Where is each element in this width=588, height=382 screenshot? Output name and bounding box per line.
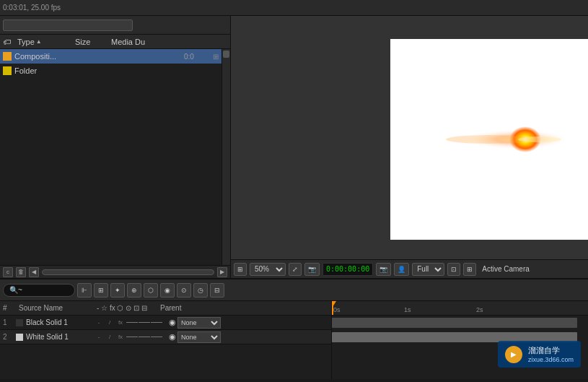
left-panel: 🏷 Type ▲ Size Media Du Compositi... 0:0 … (0, 16, 231, 278)
timeline-btn-6[interactable]: ◉ (160, 283, 175, 298)
timeline-btn-4[interactable]: ⊕ (127, 283, 141, 298)
time-2s: 2s (476, 306, 483, 313)
layer-num-1: 1 (3, 318, 13, 326)
box2-button[interactable]: ⊞ (463, 263, 476, 276)
time-0s: 0s (333, 306, 341, 313)
parent-icon-2: ◉ (169, 332, 176, 342)
parent-select-1[interactable]: None (177, 317, 221, 329)
track-bar-1 (332, 316, 588, 330)
time-ruler: 0s 1s 2s (332, 301, 588, 316)
col-header-parent: Parent (160, 304, 218, 312)
timeline-btn-2[interactable]: ⊞ (94, 283, 108, 298)
tag-icon-col: 🏷 (3, 38, 17, 46)
layer-switches-1: - / fx (94, 318, 166, 328)
add-footage-icon: ⊞ (213, 53, 219, 61)
main-layout: 🏷 Type ▲ Size Media Du Compositi... 0:0 … (0, 16, 588, 278)
media-column-header[interactable]: Media Du (111, 38, 147, 46)
project-items-area: Compositi... 0:0 ⊞ Folder (0, 49, 230, 265)
next-button[interactable]: ▶ (217, 267, 227, 277)
track-bars-container (332, 316, 588, 344)
sw-shy-1[interactable]: - (94, 318, 104, 328)
layer-color-2 (16, 334, 23, 341)
timeline-search-input[interactable] (3, 284, 75, 297)
new-comp-button[interactable]: c (3, 267, 13, 277)
sw-line-1 (126, 322, 138, 323)
timeline-btn-5[interactable]: ⬡ (144, 283, 158, 298)
project-search-area (0, 16, 230, 35)
layer-color-1 (16, 319, 23, 326)
sw-line-2 (126, 337, 138, 337)
prev-button[interactable]: ◀ (29, 267, 39, 277)
sw-line2-2 (139, 337, 150, 337)
col-header-switches: - ☆ fx ⬡ ⊙ ⊡ ⊟ (97, 304, 154, 312)
project-items-list: Compositi... 0:0 ⊞ Folder (0, 49, 221, 265)
project-item-folder[interactable]: Folder (0, 64, 221, 78)
col-header-num: # (3, 304, 13, 312)
expand-button[interactable]: ⊡ (447, 263, 460, 276)
project-scrollbar[interactable] (221, 49, 230, 265)
sw-fx-2[interactable]: fx (115, 332, 126, 342)
scroll-thumb[interactable] (223, 51, 229, 58)
col-header-source: Source Name (19, 304, 91, 312)
time-1s: 1s (404, 306, 411, 313)
project-search-bar[interactable] (3, 19, 133, 31)
tag-icon: 🏷 (3, 38, 11, 46)
sort-arrow-icon: ▲ (36, 38, 42, 45)
layer-num-2: 2 (3, 333, 13, 341)
timeline-btn-8[interactable]: ◷ (193, 283, 208, 298)
delete-button[interactable]: 🗑 (16, 267, 26, 277)
type-column-header[interactable]: Type ▲ (17, 38, 75, 46)
layer-name-1: Black Solid 1 (26, 318, 91, 326)
project-table-header: 🏷 Type ▲ Size Media Du (0, 35, 230, 49)
snapshot-button[interactable]: 📷 (304, 263, 320, 276)
project-bottom-bar: c 🗑 ◀ ▶ (0, 265, 230, 278)
playhead[interactable] (332, 301, 333, 315)
active-camera-label: Active Camera (482, 265, 530, 273)
quality-select[interactable]: Full (412, 263, 444, 276)
parent-select-2[interactable]: None (177, 331, 221, 343)
sw-fx-1[interactable]: fx (115, 318, 126, 328)
fps-text: 0:03:01, 25.00 fps (3, 4, 61, 12)
bottom-scroll-track[interactable] (42, 269, 214, 275)
parent-icon-1: ◉ (169, 318, 176, 327)
timeline-left-panel: # Source Name - ☆ fx ⬡ ⊙ ⊡ ⊟ Parent 1 Bl… (0, 301, 332, 379)
right-panel: ⊞ 50% ⤢ 📷 0:00:00:00 📷 👤 Full ⊡ ⊞ Active… (231, 16, 588, 278)
timeline-btn-3[interactable]: ✦ (110, 283, 125, 298)
person-button[interactable]: 👤 (394, 263, 409, 276)
layer-row-1: 1 Black Solid 1 - / fx ◉ None (0, 316, 331, 330)
timecode-display: 0:00:00:00 (322, 263, 373, 276)
composition-icon (3, 52, 12, 61)
watermark-text: 溜溜自学 zixue.3d66.com (528, 345, 574, 363)
track-fill-1 (332, 318, 577, 328)
project-item-composition[interactable]: Compositi... 0:0 ⊞ (0, 49, 221, 64)
timeline-btn-9[interactable]: ⊟ (210, 283, 224, 298)
layer-parent-2: ◉ None (169, 331, 221, 343)
timeline-toolbar: ⊩ ⊞ ✦ ⊕ ⬡ ◉ ⊙ ◷ ⊟ (0, 279, 588, 301)
layer-row-2: 2 White Solid 1 - / fx ◉ None (0, 330, 331, 344)
viewer-toolbar: ⊞ 50% ⤢ 📷 0:00:00:00 📷 👤 Full ⊡ ⊞ Active… (231, 259, 588, 278)
layer-parent-1: ◉ None (169, 317, 221, 329)
timeline-btn-7[interactable]: ⊙ (177, 283, 191, 298)
sw-collapse-2: / (105, 332, 115, 342)
checkerboard-button[interactable]: ⊞ (234, 263, 247, 276)
sw-collapse-1: / (105, 318, 115, 328)
watermark-play-icon: ▶ (505, 346, 522, 363)
layer-switches-2: - / fx (94, 332, 166, 342)
top-bar: 0:03:01, 25.00 fps (0, 0, 588, 16)
watermark-url: zixue.3d66.com (528, 356, 574, 363)
timeline-btn-1[interactable]: ⊩ (77, 283, 92, 298)
watermark-site: 溜溜自学 (528, 345, 574, 356)
size-column-header[interactable]: Size (75, 38, 111, 46)
zoom-select[interactable]: 50% (250, 263, 286, 276)
viewer-area (231, 16, 588, 259)
sw-line2-1 (139, 322, 150, 323)
timeline-header-row: # Source Name - ☆ fx ⬡ ⊙ ⊡ ⊟ Parent (0, 301, 331, 316)
layer-name-2: White Solid 1 (26, 333, 91, 341)
fit-button[interactable]: ⤢ (289, 263, 302, 276)
playhead-triangle (332, 301, 336, 307)
composition-preview (390, 39, 588, 240)
sw-shy-2[interactable]: - (94, 332, 104, 342)
camera-button[interactable]: 📷 (376, 263, 391, 276)
sw-line3-1 (151, 322, 162, 323)
watermark: ▶ 溜溜自学 zixue.3d66.com (498, 341, 581, 368)
